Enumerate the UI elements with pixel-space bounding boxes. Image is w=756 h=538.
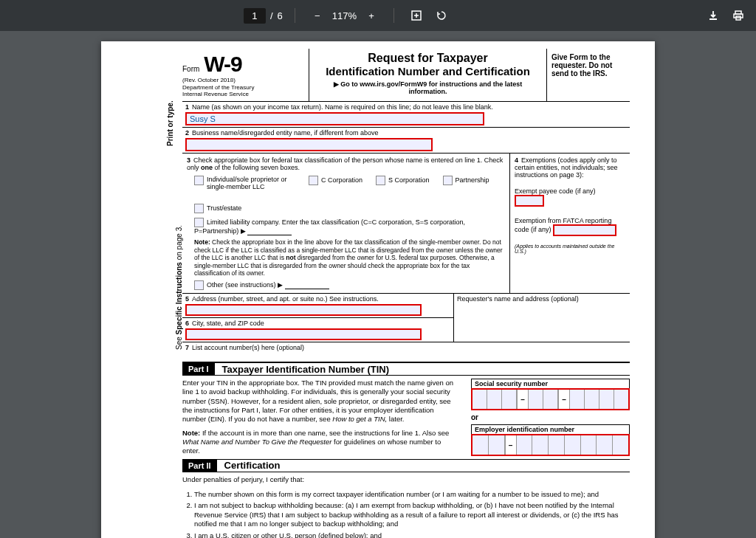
part2-label: Part II	[182, 460, 217, 472]
address-input[interactable]	[185, 304, 422, 316]
cert-1: The number shown on this form is my corr…	[194, 490, 630, 499]
page-sep: /	[270, 10, 273, 21]
cb-ccorp[interactable]	[309, 176, 318, 185]
ssn-input[interactable]: – –	[471, 388, 630, 410]
rev-date: (Rev. October 2018)	[182, 77, 304, 84]
business-input[interactable]	[185, 138, 433, 151]
form-word: Form	[182, 65, 199, 73]
exempt-payee-label: Exempt payee code (if any)	[515, 187, 596, 195]
llc-class-input[interactable]	[247, 227, 292, 235]
page-current[interactable]: 1	[244, 8, 266, 24]
part1-label: Part I	[182, 363, 215, 375]
pdf-toolbar: 1 / 6 − 117% +	[0, 0, 756, 31]
fit-page-button[interactable]	[406, 5, 427, 26]
fatca-note: (Applies to accounts maintained outside …	[515, 244, 625, 254]
page-total: 6	[278, 10, 283, 21]
lbl-ccorp: C Corporation	[321, 176, 362, 184]
line3-num: 3	[187, 156, 190, 164]
zoom-level: 117%	[332, 10, 357, 21]
line1-num: 1	[185, 103, 189, 111]
exempt-payee-input[interactable]	[515, 195, 544, 207]
lbl-trust: Trust/estate	[207, 204, 241, 212]
title-line1: Request for Taxpayer	[314, 52, 542, 65]
goto-link: ▶ Go to www.irs.gov/FormW9 for instructi…	[314, 80, 542, 95]
cb-llc[interactable]	[194, 218, 204, 227]
line6-num: 6	[185, 320, 189, 327]
line5-label: Address (number, street, and apt. or sui…	[192, 295, 379, 303]
cert-2: I am not subject to backup withholding b…	[194, 501, 630, 528]
line2-num: 2	[185, 129, 189, 137]
tin-p2: Note: If the account is in more than one…	[182, 429, 459, 456]
line3-label: Check appropriate box for federal tax cl…	[187, 156, 503, 171]
lbl-llc: Limited liability company. Enter the tax…	[194, 218, 465, 235]
line5-num: 5	[185, 295, 189, 303]
print-button[interactable]	[728, 5, 749, 26]
zoom-out-button[interactable]: −	[307, 5, 328, 26]
zoom-in-button[interactable]: +	[361, 5, 382, 26]
give-form: Give Form to the requester. Do not send …	[546, 49, 630, 101]
part1-title: Taxpayer Identification Number (TIN)	[222, 364, 390, 375]
requester-label: Requester's name and address (optional)	[454, 294, 630, 342]
cb-other[interactable]	[194, 280, 204, 290]
ein-input[interactable]: –	[471, 434, 630, 456]
line7-label: List account number(s) here (optional)	[192, 344, 304, 351]
rotate-button[interactable]	[431, 5, 452, 26]
city-input[interactable]	[185, 328, 422, 340]
dept: Department of the Treasury	[182, 84, 304, 92]
title-line2: Identification Number and Certification	[314, 65, 542, 77]
name-input[interactable]: Susy S	[185, 112, 484, 125]
cb-partnership[interactable]	[443, 176, 453, 185]
line4-num: 4	[515, 156, 518, 164]
cb-scorp[interactable]	[376, 176, 385, 185]
other-input[interactable]	[285, 281, 329, 289]
download-button[interactable]	[703, 5, 724, 26]
ein-label: Employer identification number	[471, 424, 630, 434]
fatca-input[interactable]	[553, 224, 616, 236]
part2-title: Certification	[224, 460, 281, 471]
irs: Internal Revenue Service	[182, 91, 304, 98]
cert-lead: Under penalties of perjury, I certify th…	[182, 472, 630, 487]
line2-label: Business name/disregarded entity name, i…	[192, 129, 378, 137]
line7-num: 7	[185, 344, 189, 351]
lbl-other: Other (see instructions) ▶	[207, 281, 283, 289]
or-label: or	[471, 413, 630, 421]
cb-individual[interactable]	[194, 176, 204, 185]
line6-label: City, state, and ZIP code	[192, 320, 264, 327]
form-number: W-9	[204, 52, 241, 77]
cert-3: I am a U.S. citizen or other U.S. person…	[194, 531, 630, 539]
lbl-individual: Individual/sole proprietor or single-mem…	[207, 176, 295, 190]
lbl-scorp: S Corporation	[388, 176, 430, 184]
cb-trust[interactable]	[194, 204, 204, 213]
tin-p1: Enter your TIN in the appropriate box. T…	[182, 379, 453, 423]
line1-label: Name (as shown on your income tax return…	[192, 103, 493, 111]
document-page: Print or type. See Specific Instructions…	[101, 41, 655, 538]
lbl-partnership: Partnership	[456, 176, 489, 184]
line4-label: Exemptions (codes apply only to certain …	[515, 156, 618, 179]
ssn-label: Social security number	[471, 379, 630, 388]
